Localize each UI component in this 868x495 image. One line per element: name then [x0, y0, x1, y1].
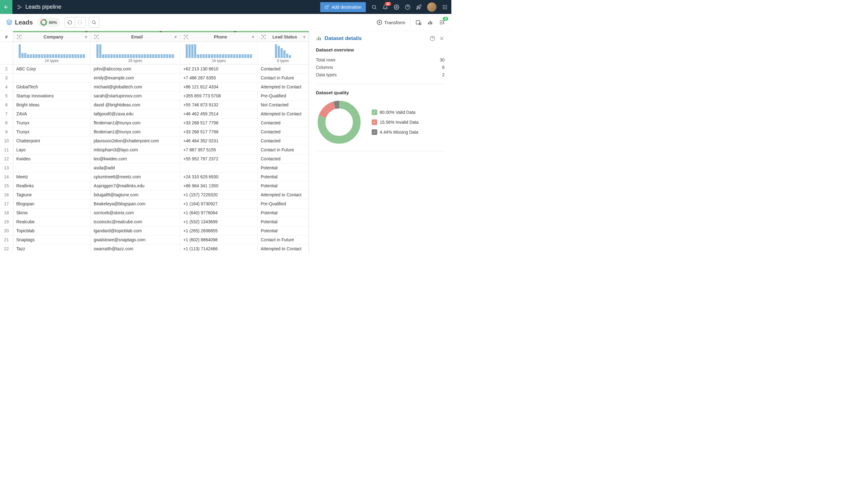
cell-email[interactable]: gwalstowe@snaptags.com [90, 235, 180, 244]
table-row[interactable]: 5Startup Innovationssarah@startupinnov.c… [0, 91, 309, 101]
cell-company[interactable]: Blogspan [13, 200, 90, 208]
undo-button[interactable] [65, 17, 75, 28]
avatar[interactable] [427, 2, 437, 12]
quality-pill[interactable]: 80% [37, 18, 60, 27]
cell-phone[interactable]: +1 (265) 2696855 [180, 226, 258, 235]
cell-phone[interactable]: +46 462 459 2514 [180, 109, 258, 118]
table-search-button[interactable] [89, 17, 99, 28]
table-row[interactable]: 11Layombispham3@layo.com+7 887 957 5155C… [0, 146, 309, 154]
cell-company[interactable]: ABC Corp [13, 65, 90, 73]
cell-status[interactable]: Contacted [257, 118, 308, 127]
cell-phone[interactable]: +1 (532) 1343699 [180, 218, 258, 226]
cell-company[interactable]: Layo [13, 146, 90, 154]
cell-phone[interactable]: +55 746 873 9132 [180, 101, 258, 109]
table-row[interactable]: 17BlogspanBeakeleya@blogspan.com+1 (164)… [0, 200, 309, 208]
table-row[interactable]: 20Topicblablgandard@topicblab.com+1 (265… [0, 226, 309, 235]
cell-email[interactable]: sorriceb@skinix.com [90, 208, 180, 218]
cell-company[interactable] [13, 73, 90, 83]
cell-company[interactable]: Chatterpoint [13, 136, 90, 146]
table-row[interactable]: 6Bright Ideasdavid @brightideas.com+55 7… [0, 101, 309, 109]
cell-email[interactable]: jdavisson2dion@chatterpoint.com [90, 136, 180, 146]
table-row[interactable]: 12Kwideoleo@kwideo.com+55 952 797 2372Co… [0, 154, 309, 164]
cell-email[interactable]: Beakeleya@blogspan.com [90, 200, 180, 208]
apps-grid-icon[interactable] [442, 4, 448, 10]
add-destination-button[interactable]: Add destination [320, 2, 366, 12]
cell-status[interactable]: Attempted to Contact [257, 244, 308, 253]
cell-email[interactable]: cplumtree6@meetz.com [90, 172, 180, 182]
cell-email[interactable]: leo@kwideo.com [90, 154, 180, 164]
cell-company[interactable]: Bright Ideas [13, 101, 90, 109]
table-row[interactable]: 21Snaptagsgwalstowe@snaptags.com+1 (602)… [0, 235, 309, 244]
rocket-icon[interactable] [416, 4, 422, 10]
cell-phone[interactable]: +1 (602) 8864098 [180, 235, 258, 244]
cell-company[interactable]: GlobalTech [13, 83, 90, 91]
cell-phone[interactable]: +1 (640) 9778064 [180, 208, 258, 218]
transform-button[interactable]: Transform [377, 19, 405, 25]
column-header[interactable]: Phone▾ [180, 32, 258, 42]
chevron-down-icon[interactable]: ▾ [175, 34, 177, 39]
table-row[interactable]: 7ZAVAtallgood0@zava.edu+46 462 459 2514A… [0, 109, 309, 118]
cell-email[interactable]: swarratth@tazz.com [90, 244, 180, 253]
cell-status[interactable]: Potential [257, 182, 308, 190]
cell-phone[interactable]: +86 964 341 1350 [180, 182, 258, 190]
cell-company[interactable]: Topicblab [13, 226, 90, 235]
notifications-icon[interactable]: 42 [383, 4, 388, 10]
cell-status[interactable]: Contacted [257, 154, 308, 164]
cell-phone[interactable]: +355 859 773 5708 [180, 91, 258, 101]
cell-email[interactable]: sarah@startupinnov.com [90, 91, 180, 101]
cell-phone[interactable]: +1 (157) 7229320 [180, 190, 258, 200]
cell-email[interactable]: flindeman1@trunyx.com [90, 127, 180, 136]
cell-phone[interactable]: +46 464 352 0231 [180, 136, 258, 146]
cell-phone[interactable]: +1 (113) 7142466 [180, 244, 258, 253]
column-header[interactable]: Lead Status▾ [257, 32, 308, 42]
cell-company[interactable]: Kwideo [13, 154, 90, 164]
cell-email[interactable]: bdugall9@tagtune.com [90, 190, 180, 200]
cell-company[interactable]: ZAVA [13, 109, 90, 118]
cell-status[interactable]: Contacted [257, 136, 308, 146]
cell-company[interactable]: Tazz [13, 244, 90, 253]
cell-phone[interactable]: +86 121 812 4334 [180, 83, 258, 91]
table-row[interactable]: 4GlobalTechmichael@globaltech.com+86 121… [0, 83, 309, 91]
cell-phone[interactable]: +33 268 517 7798 [180, 118, 258, 127]
cell-email[interactable]: Aspriggen7@reallinks.edu [90, 182, 180, 190]
cell-company[interactable]: Reallinks [13, 182, 90, 190]
chart-icon[interactable] [427, 19, 433, 25]
table-row[interactable]: 22Tazzswarratth@tazz.com+1 (113) 7142466… [0, 244, 309, 253]
column-header[interactable]: Email▾ [90, 32, 180, 42]
table-row[interactable]: 18Skinixsorriceb@skinix.com+1 (640) 9778… [0, 208, 309, 218]
cell-phone[interactable]: +7 887 957 5155 [180, 146, 258, 154]
cell-status[interactable]: Potential [257, 172, 308, 182]
cell-phone[interactable]: +7 486 287 6355 [180, 73, 258, 83]
cell-status[interactable]: Potential [257, 226, 308, 235]
steps-icon[interactable]: 3 [439, 19, 445, 25]
cell-phone[interactable]: +55 952 797 2372 [180, 154, 258, 164]
cell-status[interactable]: Contacted [257, 127, 308, 136]
cell-email[interactable]: lgandard@topicblab.com [90, 226, 180, 235]
cell-email[interactable]: mbispham3@layo.com [90, 146, 180, 154]
cell-email[interactable]: david @brightideas.com [90, 101, 180, 109]
close-icon[interactable] [439, 36, 445, 41]
cell-company[interactable]: Skinix [13, 208, 90, 218]
cell-email[interactable]: michael@globaltech.com [90, 83, 180, 91]
cell-email[interactable]: tcostockc@realcube.com [90, 218, 180, 226]
table-row[interactable]: 14Meetzcplumtree6@meetz.com+24 310 629 6… [0, 172, 309, 182]
chevron-down-icon[interactable]: ▾ [252, 34, 254, 39]
cell-company[interactable]: Meetz [13, 172, 90, 182]
table-row[interactable]: 10Chatterpointjdavisson2dion@chatterpoin… [0, 136, 309, 146]
cell-status[interactable]: Pre-Qualified [257, 91, 308, 101]
ai-suggest-icon[interactable] [415, 19, 422, 25]
cell-status[interactable]: Potential [257, 208, 308, 218]
cell-status[interactable]: Attempted to Contact [257, 83, 308, 91]
search-icon[interactable] [371, 4, 377, 10]
chevron-down-icon[interactable]: ▾ [85, 34, 87, 39]
cell-company[interactable]: Realcube [13, 218, 90, 226]
cell-phone[interactable] [180, 164, 258, 172]
cell-phone[interactable]: +33 268 517 7798 [180, 127, 258, 136]
cell-phone[interactable]: +1 (164) 9730927 [180, 200, 258, 208]
table-row[interactable]: 16Tagtunebdugall9@tagtune.com+1 (157) 72… [0, 190, 309, 200]
table-row[interactable]: 13asda@addPotential [0, 164, 309, 172]
table-row[interactable]: 15ReallinksAspriggen7@reallinks.edu+86 9… [0, 182, 309, 190]
chevron-down-icon[interactable]: ▾ [303, 34, 305, 39]
cell-email[interactable]: john@abccorp.com [90, 65, 180, 73]
help-icon[interactable] [405, 4, 410, 10]
